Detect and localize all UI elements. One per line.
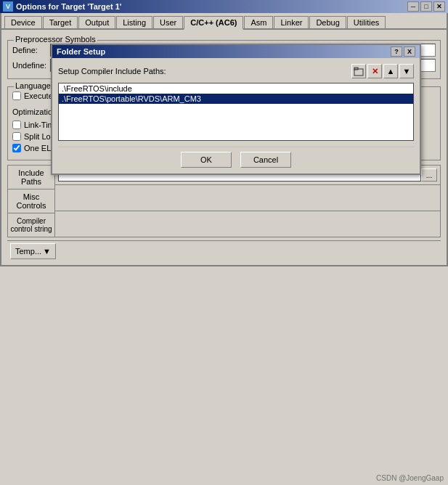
delete-button[interactable]: ✕ [367, 64, 382, 78]
compiler-string-area [55, 211, 440, 237]
link-time-checkbox[interactable] [12, 121, 21, 129]
dialog-close-button[interactable]: X [404, 46, 415, 57]
watermark: CSDN @JoengGaap [376, 474, 444, 482]
ok-button[interactable]: OK [181, 152, 232, 168]
new-folder-button[interactable] [351, 64, 366, 78]
dialog-title: Folder Setup [57, 47, 105, 56]
template-arrow: ▼ [43, 247, 51, 256]
template-label: Temp... [15, 247, 41, 256]
tab-linker[interactable]: Linker [274, 16, 309, 28]
tab-user[interactable]: User [153, 16, 183, 28]
app-icon: V [3, 1, 13, 12]
path-item-freertos-portable[interactable]: .\FreeRTOS\portable\RVDS\ARM_CM3 [59, 94, 413, 104]
move-up-button[interactable]: ▲ [383, 64, 398, 78]
dialog-toolbar: Setup Compiler Include Paths: ✕ ▲ ▼ [58, 64, 414, 78]
one-elf-checkbox[interactable] [12, 144, 21, 152]
dialog-buttons: OK Cancel [58, 147, 414, 168]
window-title: Options for Target 'Target 1' [16, 2, 121, 11]
tab-listing[interactable]: Listing [116, 16, 152, 28]
tab-bar: Device Target Output Listing User C/C++ … [1, 13, 447, 30]
tab-cpp[interactable]: C/C++ (AC6) [184, 16, 243, 30]
tab-target[interactable]: Target [43, 16, 78, 28]
bottom-area: Include Paths Misc Controls Compiler con… [7, 165, 441, 237]
compiler-string-side-label: Compiler control string [8, 213, 54, 237]
dialog-title-controls: ? X [391, 46, 415, 57]
path-item-freertos-include[interactable]: .\FreeRTOS\include [59, 83, 413, 94]
title-bar-controls: ─ □ ✕ [407, 1, 445, 12]
misc-controls-side-label: Misc Controls [8, 189, 54, 213]
browse-button[interactable]: ... [421, 168, 437, 182]
dialog-content: Setup Compiler Include Paths: ✕ ▲ ▼ .\Fr… [52, 58, 420, 174]
tab-utilities[interactable]: Utilities [347, 16, 386, 28]
path-list: .\FreeRTOS\include .\FreeRTOS\portable\R… [58, 83, 414, 141]
cancel-button[interactable]: Cancel [240, 152, 291, 168]
define-label: Define: [12, 46, 47, 54]
dialog-help-button[interactable]: ? [391, 46, 402, 57]
setup-paths-label: Setup Compiler Include Paths: [58, 67, 350, 76]
dialog-title-bar: Folder Setup ? X [52, 45, 420, 58]
new-folder-icon [354, 66, 364, 76]
title-bar: V Options for Target 'Target 1' ─ □ ✕ [0, 0, 448, 13]
move-down-button[interactable]: ▼ [399, 64, 414, 78]
preprocessor-group-label: Preprocessor Symbols [14, 35, 97, 44]
bottom-labels: Include Paths Misc Controls Compiler con… [8, 166, 55, 237]
tab-device[interactable]: Device [4, 16, 42, 28]
split-load-checkbox[interactable] [12, 132, 21, 141]
bottom-content: ... [55, 166, 440, 237]
undefine-label: Undefine: [12, 61, 47, 70]
close-window-button[interactable]: ✕ [433, 1, 445, 12]
template-bar: Temp... ▼ [7, 240, 441, 261]
include-paths-side-label: Include Paths [8, 166, 54, 189]
minimize-button[interactable]: ─ [407, 1, 419, 12]
template-button[interactable]: Temp... ▼ [10, 243, 56, 259]
execute-only-checkbox[interactable] [12, 91, 21, 100]
folder-setup-dialog: Folder Setup ? X Setup Compiler Include … [51, 44, 421, 175]
maximize-button[interactable]: □ [420, 1, 432, 12]
tab-debug[interactable]: Debug [309, 16, 346, 28]
tab-asm[interactable]: Asm [244, 16, 273, 28]
misc-content-area [55, 185, 440, 211]
tab-output[interactable]: Output [78, 16, 115, 28]
